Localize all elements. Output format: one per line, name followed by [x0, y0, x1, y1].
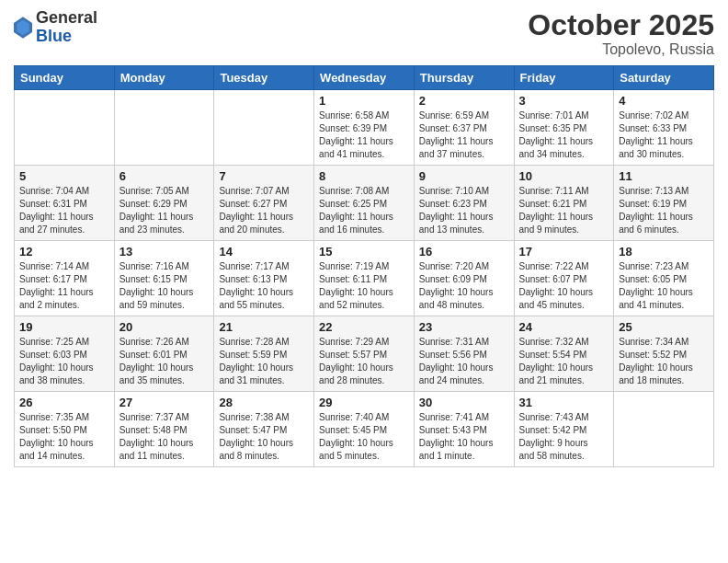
day-number: 16	[419, 245, 509, 259]
col-monday: Monday	[114, 66, 214, 90]
day-number: 2	[419, 94, 509, 108]
day-number: 11	[619, 169, 709, 183]
day-number: 31	[519, 396, 609, 409]
day-info: Sunrise: 6:58 AM Sunset: 6:39 PM Dayligh…	[319, 109, 409, 161]
day-info: Sunrise: 7:37 AM Sunset: 5:48 PM Dayligh…	[119, 411, 210, 463]
table-row	[214, 90, 314, 166]
day-number: 26	[19, 396, 109, 409]
day-info: Sunrise: 7:13 AM Sunset: 6:19 PM Dayligh…	[619, 185, 709, 236]
table-row: 18Sunrise: 7:23 AM Sunset: 6:05 PM Dayli…	[614, 241, 714, 316]
col-saturday: Saturday	[614, 66, 714, 90]
table-row: 11Sunrise: 7:13 AM Sunset: 6:19 PM Dayli…	[614, 166, 714, 241]
day-info: Sunrise: 7:35 AM Sunset: 5:50 PM Dayligh…	[19, 411, 109, 463]
logo: General Blue	[14, 9, 97, 46]
day-number: 25	[619, 320, 709, 334]
day-number: 4	[619, 94, 709, 108]
calendar-week-2: 5Sunrise: 7:04 AM Sunset: 6:31 PM Daylig…	[15, 166, 714, 241]
day-number: 22	[319, 320, 409, 334]
table-row	[614, 392, 714, 467]
table-row: 23Sunrise: 7:31 AM Sunset: 5:56 PM Dayli…	[414, 316, 514, 392]
table-row: 27Sunrise: 7:37 AM Sunset: 5:48 PM Dayli…	[114, 392, 214, 467]
day-info: Sunrise: 7:04 AM Sunset: 6:31 PM Dayligh…	[19, 185, 109, 236]
table-row: 25Sunrise: 7:34 AM Sunset: 5:52 PM Dayli…	[614, 316, 714, 392]
day-number: 20	[119, 320, 210, 334]
day-number: 8	[319, 169, 409, 183]
title-block: October 2025 Topolevo, Russia	[528, 9, 714, 58]
day-info: Sunrise: 7:34 AM Sunset: 5:52 PM Dayligh…	[619, 336, 709, 387]
day-number: 15	[319, 245, 409, 259]
day-info: Sunrise: 7:14 AM Sunset: 6:17 PM Dayligh…	[19, 260, 109, 312]
table-row: 21Sunrise: 7:28 AM Sunset: 5:59 PM Dayli…	[214, 316, 314, 392]
day-number: 21	[219, 320, 309, 334]
logo-text: General Blue	[36, 9, 97, 46]
table-row: 7Sunrise: 7:07 AM Sunset: 6:27 PM Daylig…	[214, 166, 314, 241]
col-friday: Friday	[514, 66, 614, 90]
table-row: 29Sunrise: 7:40 AM Sunset: 5:45 PM Dayli…	[314, 392, 415, 467]
day-number: 28	[219, 396, 309, 409]
day-number: 9	[419, 169, 509, 183]
day-info: Sunrise: 7:01 AM Sunset: 6:35 PM Dayligh…	[519, 109, 609, 161]
table-row: 30Sunrise: 7:41 AM Sunset: 5:43 PM Dayli…	[414, 392, 514, 467]
header: General Blue October 2025 Topolevo, Russ…	[14, 9, 714, 58]
table-row: 4Sunrise: 7:02 AM Sunset: 6:33 PM Daylig…	[614, 90, 714, 166]
table-row: 9Sunrise: 7:10 AM Sunset: 6:23 PM Daylig…	[414, 166, 514, 241]
calendar-week-3: 12Sunrise: 7:14 AM Sunset: 6:17 PM Dayli…	[15, 241, 714, 316]
calendar-week-4: 19Sunrise: 7:25 AM Sunset: 6:03 PM Dayli…	[15, 316, 714, 392]
day-number: 14	[219, 245, 309, 259]
col-thursday: Thursday	[414, 66, 514, 90]
day-info: Sunrise: 7:20 AM Sunset: 6:09 PM Dayligh…	[419, 260, 509, 312]
table-row: 31Sunrise: 7:43 AM Sunset: 5:42 PM Dayli…	[514, 392, 614, 467]
table-row: 28Sunrise: 7:38 AM Sunset: 5:47 PM Dayli…	[214, 392, 314, 467]
table-row: 5Sunrise: 7:04 AM Sunset: 6:31 PM Daylig…	[15, 166, 115, 241]
day-info: Sunrise: 7:31 AM Sunset: 5:56 PM Dayligh…	[419, 336, 509, 387]
day-info: Sunrise: 7:16 AM Sunset: 6:15 PM Dayligh…	[119, 260, 210, 312]
day-info: Sunrise: 7:43 AM Sunset: 5:42 PM Dayligh…	[519, 411, 609, 463]
day-info: Sunrise: 7:28 AM Sunset: 5:59 PM Dayligh…	[219, 336, 309, 387]
day-number: 10	[519, 169, 609, 183]
day-info: Sunrise: 7:22 AM Sunset: 6:07 PM Dayligh…	[519, 260, 609, 312]
day-info: Sunrise: 6:59 AM Sunset: 6:37 PM Dayligh…	[419, 109, 509, 161]
day-info: Sunrise: 7:10 AM Sunset: 6:23 PM Dayligh…	[419, 185, 509, 236]
day-number: 5	[19, 169, 109, 183]
day-number: 13	[119, 245, 210, 259]
logo-icon	[14, 17, 32, 39]
day-info: Sunrise: 7:08 AM Sunset: 6:25 PM Dayligh…	[319, 185, 409, 236]
day-number: 12	[19, 245, 109, 259]
table-row: 12Sunrise: 7:14 AM Sunset: 6:17 PM Dayli…	[15, 241, 115, 316]
col-wednesday: Wednesday	[314, 66, 415, 90]
day-number: 29	[319, 396, 409, 409]
day-number: 3	[519, 94, 609, 108]
table-row: 1Sunrise: 6:58 AM Sunset: 6:39 PM Daylig…	[314, 90, 415, 166]
table-row: 24Sunrise: 7:32 AM Sunset: 5:54 PM Dayli…	[514, 316, 614, 392]
day-number: 17	[519, 245, 609, 259]
table-row: 15Sunrise: 7:19 AM Sunset: 6:11 PM Dayli…	[314, 241, 415, 316]
table-row: 19Sunrise: 7:25 AM Sunset: 6:03 PM Dayli…	[15, 316, 115, 392]
day-info: Sunrise: 7:32 AM Sunset: 5:54 PM Dayligh…	[519, 336, 609, 387]
day-info: Sunrise: 7:25 AM Sunset: 6:03 PM Dayligh…	[19, 336, 109, 387]
day-info: Sunrise: 7:17 AM Sunset: 6:13 PM Dayligh…	[219, 260, 309, 312]
table-row: 20Sunrise: 7:26 AM Sunset: 6:01 PM Dayli…	[114, 316, 214, 392]
location: Topolevo, Russia	[528, 41, 714, 58]
day-info: Sunrise: 7:05 AM Sunset: 6:29 PM Dayligh…	[119, 185, 210, 236]
day-info: Sunrise: 7:38 AM Sunset: 5:47 PM Dayligh…	[219, 411, 309, 463]
table-row: 17Sunrise: 7:22 AM Sunset: 6:07 PM Dayli…	[514, 241, 614, 316]
calendar-table: Sunday Monday Tuesday Wednesday Thursday…	[14, 65, 714, 467]
day-info: Sunrise: 7:23 AM Sunset: 6:05 PM Dayligh…	[619, 260, 709, 312]
table-row: 14Sunrise: 7:17 AM Sunset: 6:13 PM Dayli…	[214, 241, 314, 316]
day-info: Sunrise: 7:26 AM Sunset: 6:01 PM Dayligh…	[119, 336, 210, 387]
month-title: October 2025	[528, 9, 714, 41]
calendar-header-row: Sunday Monday Tuesday Wednesday Thursday…	[15, 66, 714, 90]
calendar-week-1: 1Sunrise: 6:58 AM Sunset: 6:39 PM Daylig…	[15, 90, 714, 166]
logo-blue: Blue	[36, 27, 72, 45]
day-info: Sunrise: 7:07 AM Sunset: 6:27 PM Dayligh…	[219, 185, 309, 236]
day-info: Sunrise: 7:41 AM Sunset: 5:43 PM Dayligh…	[419, 411, 509, 463]
col-sunday: Sunday	[15, 66, 115, 90]
day-info: Sunrise: 7:40 AM Sunset: 5:45 PM Dayligh…	[319, 411, 409, 463]
day-number: 23	[419, 320, 509, 334]
day-number: 24	[519, 320, 609, 334]
day-number: 30	[419, 396, 509, 409]
table-row: 22Sunrise: 7:29 AM Sunset: 5:57 PM Dayli…	[314, 316, 415, 392]
day-info: Sunrise: 7:11 AM Sunset: 6:21 PM Dayligh…	[519, 185, 609, 236]
table-row	[114, 90, 214, 166]
day-number: 19	[19, 320, 109, 334]
